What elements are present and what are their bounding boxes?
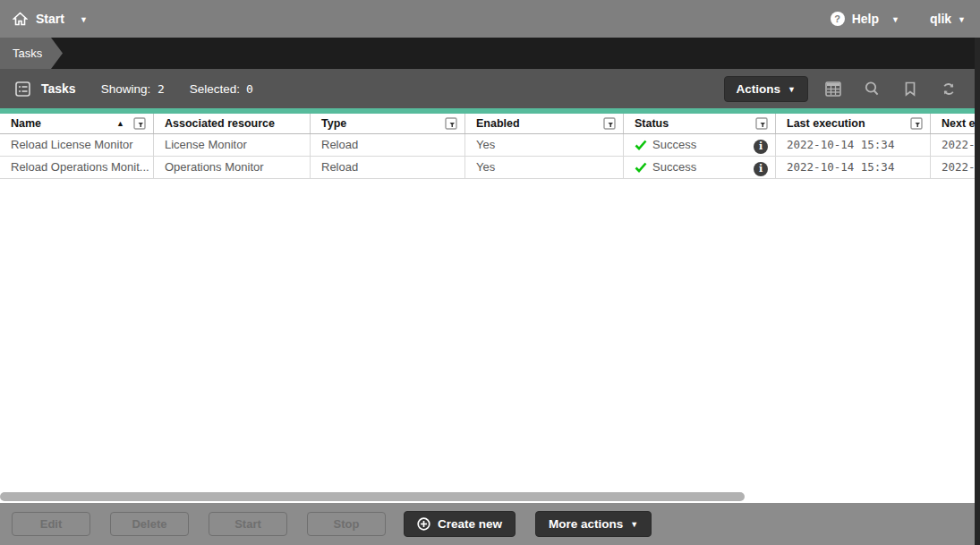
column-label: Name (11, 117, 41, 130)
actions-button-label: Actions (737, 82, 781, 96)
more-actions-button[interactable]: More actions ▼ (535, 511, 652, 537)
horizontal-scrollbar[interactable] (0, 489, 975, 503)
cell-resource: License Monitor (154, 134, 311, 156)
column-label: Status (635, 117, 669, 130)
breadcrumb-tab-tasks[interactable]: Tasks (0, 38, 63, 69)
breadcrumb-label: Tasks (13, 47, 42, 60)
filter-icon[interactable] (445, 117, 457, 130)
user-label: qlik (930, 12, 951, 26)
top-navigation-bar: Start ▼ ? Help ▼ qlik ▼ (0, 0, 980, 38)
status-text: Success (652, 134, 696, 156)
selected-value: 0 (246, 82, 253, 96)
info-icon[interactable]: i (754, 162, 768, 176)
cell-type: Reload (311, 134, 465, 156)
cell-last-execution: 2022-10-14 15:34 (776, 134, 931, 156)
create-new-button[interactable]: Create new (404, 511, 516, 537)
column-header-last-execution[interactable]: Last execution (776, 114, 931, 133)
filter-icon[interactable] (910, 117, 923, 130)
tasks-toolbar: Tasks Showing: 2 Selected: 0 Actions ▼ (0, 69, 975, 108)
cell-resource: Operations Monitor (154, 157, 311, 178)
stop-button[interactable]: Stop (307, 512, 386, 536)
help-menu[interactable]: ? Help ▼ (831, 12, 899, 26)
cell-name: Reload License Monitor (0, 134, 154, 156)
column-label: Associated resource (165, 117, 275, 130)
column-label: Last execution (787, 117, 865, 130)
column-header-enabled[interactable]: Enabled (465, 114, 624, 133)
edit-button[interactable]: Edit (12, 512, 90, 536)
cell-last-execution: 2022-10-14 15:34 (776, 157, 931, 178)
bookmark-icon[interactable] (891, 75, 929, 102)
table-row[interactable]: Reload License Monitor License Monitor R… (0, 134, 975, 157)
success-check-icon (635, 162, 647, 173)
help-label: Help (852, 12, 879, 26)
actions-button[interactable]: Actions ▼ (724, 76, 808, 102)
cell-status: Success i (624, 157, 776, 178)
chevron-down-icon: ▼ (80, 14, 88, 24)
chevron-down-icon: ▼ (630, 519, 638, 529)
cell-enabled: Yes (465, 157, 624, 178)
plus-circle-icon (417, 517, 430, 531)
status-text: Success (652, 157, 696, 178)
cell-enabled: Yes (465, 134, 624, 156)
refresh-icon[interactable] (929, 75, 967, 102)
cell-name: Reload Operations Monit... (0, 157, 154, 178)
cell-next-execution: 2022-1 (931, 157, 975, 178)
column-label: Enabled (476, 117, 520, 130)
delete-button[interactable]: Delete (110, 512, 189, 536)
home-icon (13, 12, 28, 26)
info-icon[interactable]: i (754, 140, 768, 154)
chevron-down-icon: ▼ (788, 84, 796, 94)
user-menu[interactable]: qlik ▼ (930, 12, 966, 26)
cell-type: Reload (311, 157, 465, 178)
create-new-label: Create new (438, 517, 502, 531)
right-edge-strip (975, 38, 980, 545)
success-check-icon (635, 140, 647, 150)
column-header-status[interactable]: Status (624, 114, 776, 133)
chevron-down-icon: ▼ (891, 14, 899, 24)
filter-icon[interactable] (133, 117, 146, 130)
cell-status: Success i (624, 134, 776, 156)
filter-icon[interactable] (755, 117, 768, 130)
chevron-down-icon: ▼ (958, 14, 966, 24)
cell-next-execution: 2022-1 (931, 134, 975, 156)
showing-count: Showing: 2 (101, 82, 165, 96)
horizontal-scrollbar-thumb[interactable] (0, 492, 745, 501)
filter-icon[interactable] (603, 117, 616, 130)
column-label: Next ex (942, 117, 975, 130)
column-header-type[interactable]: Type (311, 114, 465, 133)
footer-action-bar: Edit Delete Start Stop Create new More a… (0, 503, 975, 545)
search-icon[interactable] (852, 75, 891, 102)
start-menu[interactable]: Start ▼ (0, 12, 88, 26)
breadcrumb: Tasks (0, 38, 980, 69)
more-actions-label: More actions (549, 517, 623, 531)
start-label: Start (36, 12, 64, 26)
column-header-associated-resource[interactable]: Associated resource (154, 114, 311, 133)
sort-ascending-icon: ▲ (116, 119, 124, 128)
column-header-next-execution[interactable]: Next ex (931, 114, 975, 133)
page-title: Tasks (41, 81, 76, 96)
start-button[interactable]: Start (209, 512, 287, 536)
showing-value: 2 (158, 82, 165, 96)
tasks-table: Name ▲ Associated resource Type Enabled (0, 114, 975, 179)
column-header-name[interactable]: Name ▲ (0, 114, 154, 133)
table-header-row: Name ▲ Associated resource Type Enabled (0, 114, 975, 134)
help-icon: ? (831, 12, 845, 26)
tasks-list-icon (15, 81, 30, 97)
column-selector-icon[interactable] (814, 75, 852, 102)
column-label: Type (321, 117, 346, 130)
selected-count: Selected: 0 (190, 82, 253, 96)
table-row[interactable]: Reload Operations Monit... Operations Mo… (0, 157, 975, 179)
